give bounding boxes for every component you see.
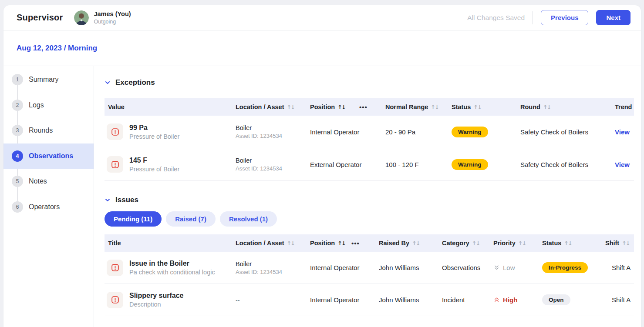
position: External Operator bbox=[307, 161, 382, 168]
column-header-category[interactable]: Category↑↓ bbox=[438, 240, 490, 247]
issue-title: Issue in the Boiler bbox=[129, 260, 215, 267]
column-menu-icon[interactable]: ••• bbox=[351, 240, 360, 247]
alert-icon bbox=[107, 292, 123, 308]
filter-resolved[interactable]: Resolved (1) bbox=[220, 211, 277, 227]
normal-range: 100 - 120 F bbox=[382, 161, 448, 168]
step-number: 3 bbox=[12, 125, 23, 136]
sidebar-item-notes[interactable]: 5 Notes bbox=[3, 169, 94, 194]
alert-icon bbox=[107, 260, 123, 276]
sidebar-item-operators[interactable]: 6 Operators bbox=[3, 194, 94, 220]
column-header-shift[interactable]: Shift↑↓ bbox=[608, 240, 634, 247]
exception-row[interactable]: 99 Pa Pressure of Boiler Boiler Asset ID… bbox=[105, 116, 634, 148]
sort-icon[interactable]: ↑↓ bbox=[518, 240, 526, 247]
issues-filter-group: Pending (11) Raised (7) Resolved (1) bbox=[105, 211, 634, 227]
status-badge: Warning bbox=[452, 159, 488, 170]
sort-icon-active[interactable]: ↑↓ bbox=[337, 104, 345, 110]
double-chevron-up-icon bbox=[493, 297, 500, 303]
status-badge: In-Progress bbox=[542, 262, 588, 273]
sort-icon[interactable]: ↑↓ bbox=[622, 240, 630, 247]
round: Safety Check of Boilers bbox=[517, 161, 611, 168]
user-role: Outgoing bbox=[94, 19, 131, 25]
asset-id: Asset ID: 1234534 bbox=[236, 133, 307, 139]
category: Observations bbox=[438, 264, 490, 271]
column-header-title: Title bbox=[105, 240, 232, 247]
asset-id: Asset ID: 1234534 bbox=[236, 269, 307, 275]
column-menu-icon[interactable]: ••• bbox=[359, 103, 368, 111]
step-label: Observations bbox=[29, 152, 73, 160]
divider bbox=[533, 11, 533, 24]
current-user[interactable]: James (You) Outgoing bbox=[74, 10, 131, 25]
sidebar-item-summary[interactable]: 1 Summary bbox=[3, 67, 94, 93]
issues-section-toggle[interactable]: Issues bbox=[105, 196, 634, 204]
issue-row[interactable]: Slippery surface Description -- Internal… bbox=[105, 284, 634, 316]
exceptions-section-title: Exceptions bbox=[115, 78, 155, 87]
location: -- bbox=[236, 297, 307, 304]
next-button[interactable]: Next bbox=[596, 10, 631, 25]
status-badge: Open bbox=[542, 294, 570, 305]
sort-icon[interactable]: ↑↓ bbox=[412, 240, 420, 247]
column-header-position[interactable]: Position↑↓••• bbox=[307, 240, 375, 247]
exception-value-sub: Pressure of Boiler bbox=[129, 133, 179, 140]
round: Safety Check of Boilers bbox=[517, 128, 611, 136]
alert-icon bbox=[107, 156, 123, 173]
sidebar-item-rounds[interactable]: 3 Rounds bbox=[3, 118, 94, 143]
status-badge: Warning bbox=[452, 127, 488, 137]
column-header-status[interactable]: Status↑↓ bbox=[539, 240, 608, 247]
sort-icon[interactable]: ↑↓ bbox=[564, 240, 572, 247]
sidebar-item-observations[interactable]: 4 Observations bbox=[3, 143, 94, 169]
column-header-raised-by[interactable]: Raised By↑↓ bbox=[375, 240, 438, 247]
step-sidebar: 1 Summary 2 Logs 3 Rounds 4 Observations… bbox=[3, 66, 94, 327]
column-header-location-asset[interactable]: Location / Asset↑↓ bbox=[232, 240, 307, 247]
column-header-position[interactable]: Position↑↓••• bbox=[307, 103, 382, 111]
column-header-round[interactable]: Round↑↓ bbox=[517, 103, 611, 110]
view-trend-link[interactable]: View bbox=[615, 128, 630, 136]
previous-button[interactable]: Previous bbox=[541, 10, 588, 25]
step-number: 2 bbox=[12, 100, 23, 111]
issue-subtitle: Description bbox=[129, 301, 184, 308]
column-header-value: Value bbox=[105, 103, 232, 110]
location: Boiler bbox=[236, 260, 307, 267]
filter-pending[interactable]: Pending (11) bbox=[105, 211, 162, 227]
issues-section-title: Issues bbox=[115, 196, 138, 204]
chevron-down-icon bbox=[105, 197, 111, 203]
exceptions-table-header: Value Location / Asset↑↓ Position↑↓••• N… bbox=[105, 98, 634, 116]
issue-row[interactable]: Issue in the Boiler Pa check with condit… bbox=[105, 252, 634, 284]
view-trend-link[interactable]: View bbox=[615, 161, 630, 168]
sort-icon[interactable]: ↑↓ bbox=[431, 104, 438, 110]
sort-icon[interactable]: ↑↓ bbox=[287, 240, 294, 247]
filter-raised[interactable]: Raised (7) bbox=[166, 211, 216, 227]
position: Internal Operator bbox=[307, 128, 382, 136]
issues-table-header: Title Location / Asset↑↓ Position↑↓••• R… bbox=[105, 234, 634, 252]
asset-id: Asset ID: 1234534 bbox=[236, 165, 307, 172]
sort-icon[interactable]: ↑↓ bbox=[472, 240, 480, 247]
normal-range: 20 - 90 Pa bbox=[382, 128, 448, 136]
top-bar: Supervisor James (You) Outgoing All Chan… bbox=[3, 5, 641, 30]
shift-date-label: Aug 12, 2023 / Morning bbox=[17, 44, 97, 53]
step-number: 4 bbox=[12, 150, 23, 162]
sidebar-item-logs[interactable]: 2 Logs bbox=[3, 93, 94, 118]
step-number: 1 bbox=[12, 74, 23, 85]
sort-icon-active[interactable]: ↑↓ bbox=[337, 240, 345, 247]
raised-by: John Williams bbox=[375, 296, 438, 304]
step-label: Summary bbox=[29, 76, 58, 83]
exception-row[interactable]: 145 F Pressure of Boiler Boiler Asset ID… bbox=[105, 148, 634, 181]
priority-high: High bbox=[493, 296, 539, 304]
position: Internal Operator bbox=[307, 296, 375, 304]
sort-icon[interactable]: ↑↓ bbox=[473, 104, 481, 110]
issue-title: Slippery surface bbox=[129, 292, 184, 300]
column-header-priority[interactable]: Priority↑↓ bbox=[490, 240, 539, 247]
sort-icon[interactable]: ↑↓ bbox=[543, 104, 551, 110]
alert-icon bbox=[107, 123, 123, 140]
page-title: Supervisor bbox=[17, 13, 63, 23]
column-header-trend: Trend bbox=[611, 103, 634, 110]
date-bar: Aug 12, 2023 / Morning bbox=[3, 30, 641, 66]
shift: Shift A bbox=[608, 264, 634, 271]
column-header-location-asset[interactable]: Location / Asset↑↓ bbox=[232, 103, 307, 110]
location: Boiler bbox=[236, 157, 307, 164]
step-number: 5 bbox=[12, 176, 23, 187]
exception-value: 145 F bbox=[129, 157, 179, 164]
sort-icon[interactable]: ↑↓ bbox=[287, 104, 294, 110]
exceptions-section-toggle[interactable]: Exceptions bbox=[105, 78, 634, 87]
column-header-normal-range[interactable]: Normal Range↑↓ bbox=[382, 103, 448, 110]
column-header-status[interactable]: Status↑↓ bbox=[448, 103, 517, 110]
